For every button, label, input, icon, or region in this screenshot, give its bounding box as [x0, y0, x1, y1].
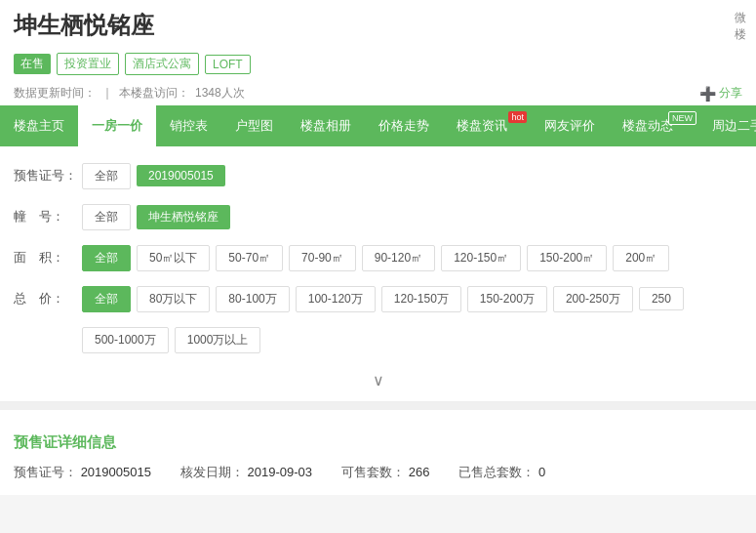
info-bar: 数据更新时间： ｜ 本楼盘访问： 1348人次 ➕ 分享	[0, 81, 756, 105]
page-wrapper: 坤生栖悦铭座 微 楼 在售 投资置业 酒店式公寓 LOFT 数据更新时间： ｜ …	[0, 0, 756, 495]
price-btn-9[interactable]: 1000万以上	[175, 327, 261, 353]
area-options: 全部 50㎡以下 50-70㎡ 70-90㎡ 90-120㎡ 120-150㎡ …	[82, 245, 669, 271]
nav-item-reviews[interactable]: 网友评价	[531, 105, 609, 146]
cert-number-label: 预售证号：	[14, 465, 77, 479]
area-btn-6[interactable]: 150-200㎡	[527, 245, 607, 271]
cert-item-date: 核发日期： 2019-09-03	[180, 464, 312, 481]
nav-item-sales-control[interactable]: 销控表	[156, 105, 221, 146]
nav-item-second-hand[interactable]: 周边二手房	[698, 105, 756, 146]
cert-date-value: 2019-09-03	[248, 465, 313, 479]
cert-item-number: 预售证号： 2019005015	[14, 464, 151, 481]
presale-selected-btn[interactable]: 2019005015	[137, 165, 225, 186]
cert-item-sold: 已售总套数： 0	[458, 464, 545, 481]
price-btn-7[interactable]: 250	[639, 287, 684, 310]
cert-sold-value: 0	[538, 465, 545, 479]
page-title: 坤生栖悦铭座	[14, 10, 742, 41]
price-btn-5[interactable]: 150-200万	[467, 286, 547, 312]
share-icon: ➕	[699, 86, 716, 102]
building-all-btn[interactable]: 全部	[82, 204, 131, 230]
price-filter-row2: 500-1000万 1000万以上	[14, 324, 742, 355]
hot-badge: hot	[508, 111, 527, 123]
cert-item-available: 可售套数： 266	[341, 464, 429, 481]
presale-all-btn[interactable]: 全部	[82, 163, 131, 189]
tag-investment[interactable]: 投资置业	[57, 53, 119, 75]
update-label: 数据更新时间：	[14, 85, 96, 102]
share-button[interactable]: ➕ 分享	[699, 85, 742, 102]
filter-section: 预售证号： 全部 2019005015 幢 号： 全部 坤生栖悦铭座 面 积： …	[0, 146, 756, 402]
area-filter-row: 面 积： 全部 50㎡以下 50-70㎡ 70-90㎡ 90-120㎡ 120-…	[14, 242, 742, 273]
price-options: 全部 80万以下 80-100万 100-120万 120-150万 150-2…	[82, 286, 684, 312]
cert-info: 预售证号： 2019005015 核发日期： 2019-09-03 可售套数： …	[14, 464, 742, 481]
separator: ｜	[101, 85, 113, 102]
tag-onsale[interactable]: 在售	[14, 54, 51, 74]
price-btn-8[interactable]: 500-1000万	[82, 327, 169, 353]
right-line2: 楼	[735, 26, 746, 43]
building-options: 全部 坤生栖悦铭座	[82, 204, 230, 230]
tag-hotel-apt[interactable]: 酒店式公寓	[125, 53, 199, 75]
area-btn-2[interactable]: 50-70㎡	[216, 245, 283, 271]
area-all-btn[interactable]: 全部	[82, 245, 131, 271]
area-btn-4[interactable]: 90-120㎡	[362, 245, 435, 271]
price-label: 总 价：	[14, 290, 82, 308]
nav-item-price-trend[interactable]: 价格走势	[365, 105, 443, 146]
presale-label: 预售证号：	[14, 167, 82, 184]
cert-available-label: 可售套数：	[341, 465, 405, 479]
area-btn-3[interactable]: 70-90㎡	[289, 245, 356, 271]
building-label: 幢 号：	[14, 208, 82, 226]
nav-item-home[interactable]: 楼盘主页	[0, 105, 78, 146]
header: 坤生栖悦铭座 微 楼	[0, 0, 756, 47]
visit-count: 1348人次	[195, 85, 245, 102]
tags-row: 在售 投资置业 酒店式公寓 LOFT	[0, 47, 756, 81]
area-label: 面 积：	[14, 249, 82, 266]
header-right: 微 楼	[735, 10, 746, 43]
right-line1: 微	[735, 10, 746, 26]
price-all-btn[interactable]: 全部	[82, 286, 131, 312]
presale-filter-row: 预售证号： 全部 2019005015	[14, 160, 742, 191]
new-badge: NEW	[668, 111, 696, 125]
cert-title: 预售证详细信息	[14, 433, 742, 452]
price-btn-3[interactable]: 100-120万	[296, 286, 376, 312]
nav-item-floor-plan[interactable]: 户型图	[221, 105, 287, 146]
area-btn-1[interactable]: 50㎡以下	[137, 245, 210, 271]
expand-button[interactable]: ∨	[14, 365, 742, 391]
price-btn-2[interactable]: 80-100万	[216, 286, 289, 312]
cert-number-value: 2019005015	[81, 465, 151, 479]
presale-options: 全部 2019005015	[82, 163, 225, 189]
visit-label: 本楼盘访问：	[119, 85, 189, 102]
cert-section: 预售证详细信息 预售证号： 2019005015 核发日期： 2019-09-0…	[0, 420, 756, 495]
price-btn-1[interactable]: 80万以下	[137, 286, 210, 312]
nav-item-news[interactable]: 楼盘资讯 hot	[443, 105, 531, 146]
area-btn-5[interactable]: 120-150㎡	[441, 245, 521, 271]
cert-date-label: 核发日期：	[180, 465, 244, 479]
nav-item-price-per-unit[interactable]: 一房一价	[78, 105, 156, 146]
divider	[0, 402, 756, 410]
nav-item-dynamics[interactable]: 楼盘动态 NEW	[609, 105, 698, 146]
share-label: 分享	[719, 85, 742, 102]
tag-loft[interactable]: LOFT	[205, 55, 251, 74]
cert-available-value: 266	[409, 465, 430, 479]
nav-item-album[interactable]: 楼盘相册	[287, 105, 365, 146]
building-selected-btn[interactable]: 坤生栖悦铭座	[137, 205, 230, 229]
cert-sold-label: 已售总套数：	[458, 465, 535, 479]
price-filter-row: 总 价： 全部 80万以下 80-100万 100-120万 120-150万 …	[14, 283, 742, 314]
price-btn-6[interactable]: 200-250万	[553, 286, 633, 312]
area-btn-7[interactable]: 200㎡	[613, 245, 669, 271]
price-options2: 500-1000万 1000万以上	[82, 327, 260, 353]
price-btn-4[interactable]: 120-150万	[381, 286, 461, 312]
nav-bar: 楼盘主页 一房一价 销控表 户型图 楼盘相册 价格走势 楼盘资讯 hot 网友评…	[0, 105, 756, 146]
building-filter-row: 幢 号： 全部 坤生栖悦铭座	[14, 201, 742, 232]
